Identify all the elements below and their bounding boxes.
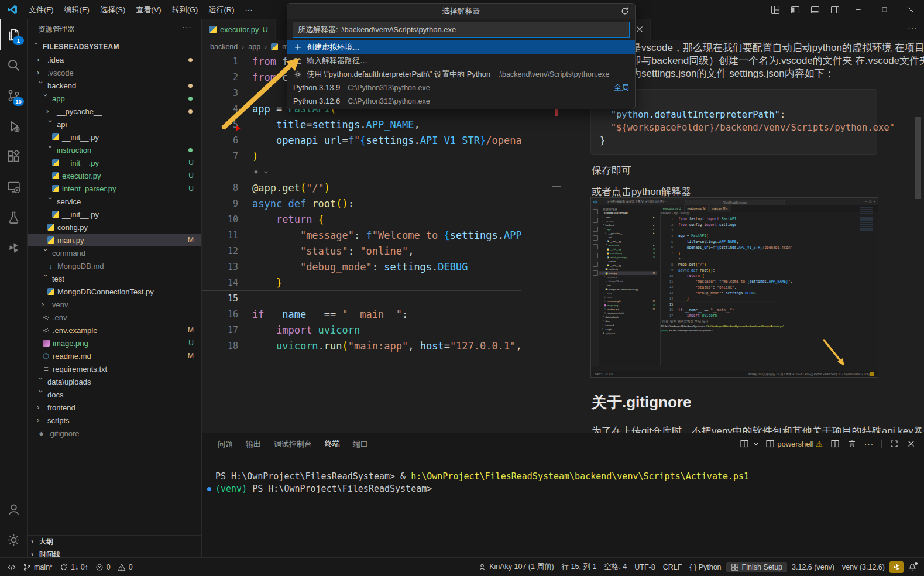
quickpick-item-4[interactable]: Python 3.12.6C:\Python312\python.exe [287,94,635,108]
close-panel-icon[interactable] [906,439,916,448]
panel-tab-输出[interactable]: 输出 [241,434,266,454]
code-line-16[interactable]: 16if __name__ == "__main__": [202,306,521,322]
minimize-button[interactable] [845,0,871,19]
panel-tab-调试控制台[interactable]: 调试控制台 [269,434,317,454]
code-line-5[interactable]: 5 title=settings.APP_NAME, [202,116,521,132]
tree-item-MongoDBConnectionTest.py[interactable]: MongoDBConnectionTest.py [599,287,657,292]
run-debug-icon[interactable] [0,111,28,141]
tree-item-api[interactable]: ›api [599,235,657,239]
tree-item-MongoDB.md[interactable]: ↓MongoDB.md [28,259,202,272]
tree-item-__init__.py[interactable]: __init__.pyU [28,156,202,169]
code-line-9[interactable]: 9async def root(): [660,267,778,273]
tree-item-.gitignore[interactable]: ◆.gitignore [599,331,657,335]
terminal-instance-powershell[interactable]: powershell⚠ [765,439,823,448]
tree-item-MongoDBConnectionTest.py[interactable]: MongoDBConnectionTest.py [28,285,202,298]
pinwheel-icon[interactable] [0,232,28,263]
tree-item-backend[interactable]: ›backend [28,79,202,92]
code-line-13[interactable]: 13 "debug_mode": settings.DEBUG [202,259,521,275]
tree-item-scripts[interactable]: ›scripts [28,414,202,427]
menu-编辑(E)[interactable]: 编辑(E) [59,5,95,14]
tree-item-.env.example[interactable]: .env.exampleM [599,299,657,303]
status-pinwheel[interactable] [889,561,904,573]
tree-item-MongoDB.md[interactable]: ↓MongoDB.md [599,279,657,283]
code-line-18[interactable]: 18 uvicorn.run("main:app", host="127.0.0… [202,338,521,354]
menu-转到(G)[interactable]: 转到(G) [167,5,204,14]
sparkle-icon[interactable] [678,258,681,260]
status--python[interactable]: { } Python [686,563,724,571]
menu-运行(R)[interactable]: 运行(R) [203,5,239,14]
account-icon[interactable] [0,494,28,524]
maximize-button[interactable] [871,0,898,19]
tree-item-__init__.py[interactable]: __init__.py [28,131,202,143]
tree-item-venv[interactable]: ›venv [28,298,202,311]
code-line-9[interactable]: 9async def root(): [202,196,521,211]
code-line-4[interactable]: 4app = FastAPI( [660,233,778,239]
tree-item-main.py[interactable]: main.pyM [599,271,657,275]
tree-item-test[interactable]: ›test [599,283,657,287]
quickpick-item-0[interactable]: 创建虚拟环境… [287,40,635,54]
status--15-1[interactable]: 行 15, 列 1 [559,562,600,572]
code-line-6[interactable]: 6 openapi_url=f"{settings.API_V1_STR}/op… [660,245,778,251]
panel-tab-端口[interactable]: 端口 [348,434,373,454]
tree-item-__init__.py[interactable]: __init__.py [599,239,657,244]
tree-item-intent_parser.py[interactable]: intent_parser.pyU [599,255,657,259]
tree-item-.idea[interactable]: ›.idea [599,215,657,220]
interpreter-input[interactable]: 所选解释器: .\backend\venv\Scripts\python.exe [293,22,630,38]
tree-item-config.py[interactable]: config.py [599,267,657,271]
explorer-icon[interactable]: 1 [0,19,28,50]
menu-文件(F)[interactable]: 文件(F) [23,5,59,14]
status-utf-8[interactable]: UTF-8 [631,563,658,571]
code-line-1[interactable]: 1from fastapi import FastAPI [660,216,778,222]
code-line-10[interactable]: 10 return { [660,273,778,279]
status-venv-3-12-6-[interactable]: venv (3.12.6) [839,563,888,571]
tree-item-intent_parser.py[interactable]: intent_parser.pyU [28,182,202,195]
scroll-up-icon[interactable]: ▲ [915,42,919,47]
code-line-7[interactable]: 7) [660,250,778,256]
code-line-10[interactable]: 10 return { [202,211,521,227]
tree-item-command[interactable]: ›command [28,246,202,259]
quickpick-item-3[interactable]: Python 3.13.9C:\Python313\python.exe全局 [287,81,635,94]
code-line-11[interactable]: 11 "message": f"Welcome to {settings.APP… [202,227,521,243]
tree-item-FILESREADSYSTEAM[interactable]: ›FILESREADSYSTEAM [28,40,202,53]
tree-item-__init__.py[interactable]: __init__.pyU [599,247,657,251]
toggle-sidebar-icon[interactable] [791,5,800,15]
code-line-3[interactable]: 3 [660,227,778,233]
tree-item-instruction[interactable]: ›instruction [599,244,657,248]
split-terminal-dropdown[interactable] [740,439,758,448]
close-tab-icon[interactable] [635,25,645,35]
source-control-icon[interactable]: 10 [0,80,28,111]
tree-item-app[interactable]: ›app [599,227,657,231]
sparkle-icon[interactable] [252,168,260,176]
toggle-panel-icon[interactable] [810,5,820,15]
tree-item-service[interactable]: ›service [599,259,657,263]
tree-item-data-uploads[interactable]: ›data\uploads [599,315,657,319]
tree-item-.env[interactable]: .env [599,295,657,299]
status-crlf[interactable]: CRLF [660,563,685,571]
terminal-output[interactable]: PS H:\OwnProject\FilesReadSysteam> & h:\… [215,471,749,495]
quickpick-item-1[interactable]: 输入解释器路径… [287,54,635,67]
code-line-12[interactable]: 12 "status": "online", [202,243,521,259]
status-0[interactable]: 0 [115,563,136,571]
tree-item-executor.py[interactable]: executor.pyU [28,169,202,182]
tree-item-docs[interactable]: ›docs [599,319,657,323]
status-0[interactable]: 0 [92,563,114,571]
code-line-13[interactable]: 13 "debug_mode": settings.DEBUG [660,290,778,296]
status-main-[interactable]: main* [20,563,56,571]
tree-item-requirements.txt[interactable]: ≡requirements.txt [28,362,202,375]
code-line-14[interactable]: 14 } [660,296,778,301]
tree-item-__pycache__[interactable]: ›__pycache__ [28,105,202,118]
timeline-section[interactable]: ›时间线 [28,548,202,557]
panel-tab-问题[interactable]: 问题 [212,434,238,454]
maximize-panel-icon[interactable] [889,439,899,448]
customize-layout-icon[interactable] [771,5,780,15]
code-line-15[interactable]: 15 [660,301,778,307]
panel-tab-终端[interactable]: 终端 [320,433,345,454]
testing-icon[interactable] [0,202,28,232]
tree-item-__pycache__[interactable]: ›__pycache__ [599,231,657,235]
explorer-more-icon[interactable]: ··· [182,22,192,32]
code-line-11[interactable]: 11 "message": f"Welcome to {settings.APP… [660,279,778,284]
inline-chat-widget[interactable] [660,256,778,262]
split-terminal-icon[interactable] [830,439,840,448]
code-line-16[interactable]: 16if __name__ == "__main__": [660,307,778,313]
tree-item-.gitignore[interactable]: ◆.gitignore [28,427,202,440]
